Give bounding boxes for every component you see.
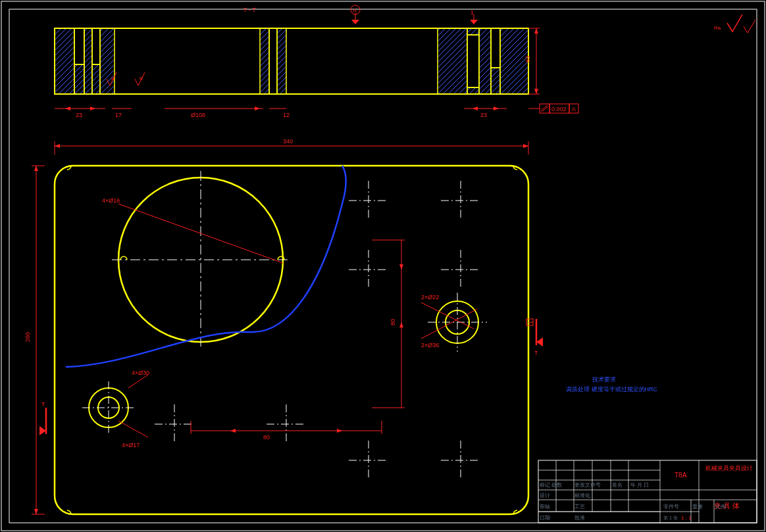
svg-text:12: 12 bbox=[283, 112, 290, 118]
svg-marker-29 bbox=[534, 28, 538, 34]
section-view: T - T bbox=[55, 5, 578, 118]
tb-title: 机械夹具夹具设计 bbox=[705, 465, 753, 472]
svg-rect-16 bbox=[491, 28, 500, 68]
svg-text:批准: 批准 bbox=[574, 515, 585, 521]
svg-marker-116 bbox=[230, 429, 236, 433]
svg-text:0.002: 0.002 bbox=[551, 106, 567, 112]
svg-rect-17 bbox=[491, 68, 500, 94]
svg-marker-34 bbox=[90, 107, 95, 110]
svg-rect-8 bbox=[260, 28, 269, 94]
svg-marker-19 bbox=[351, 20, 359, 24]
svg-marker-98 bbox=[55, 144, 60, 148]
svg-marker-33 bbox=[65, 107, 70, 110]
svg-rect-11 bbox=[438, 28, 467, 94]
spline-curve bbox=[66, 166, 346, 367]
svg-text:80: 80 bbox=[390, 319, 396, 326]
cad-canvas: T - T bbox=[0, 0, 766, 532]
tb-sheet: 第 1 张 bbox=[663, 516, 678, 520]
surface-mark-left2: R bbox=[135, 72, 145, 85]
dim-ring-36: 2×Ø36 bbox=[421, 342, 439, 349]
surface-finish-corner: Ra bbox=[714, 14, 755, 33]
svg-rect-1 bbox=[55, 28, 74, 94]
tb-weight-label: 重量 bbox=[692, 504, 703, 510]
section-label: T - T bbox=[243, 7, 256, 13]
svg-line-88 bbox=[118, 421, 148, 437]
svg-rect-9 bbox=[269, 28, 277, 94]
svg-marker-93 bbox=[536, 337, 543, 347]
svg-marker-105 bbox=[34, 509, 38, 514]
svg-text:年 月 日: 年 月 日 bbox=[630, 482, 649, 488]
svg-text:Ra: Ra bbox=[714, 25, 721, 31]
svg-text:更改文件号: 更改文件号 bbox=[574, 482, 601, 488]
notes-block: 技术要求 调质处理 硬度等于或过规定的HRC bbox=[566, 376, 657, 393]
svg-text:设计: 设计 bbox=[540, 493, 550, 498]
svg-text:R: R bbox=[140, 76, 143, 81]
svg-text:80: 80 bbox=[263, 434, 270, 441]
svg-text:签名: 签名 bbox=[612, 482, 623, 488]
svg-marker-117 bbox=[337, 429, 342, 433]
svg-text:标记 处数: 标记 处数 bbox=[539, 482, 562, 488]
svg-rect-14 bbox=[467, 87, 479, 94]
plan-view: 4×Ø16 2×Ø22 2×Ø36 4×Ø30 4×Ø17 bbox=[24, 138, 543, 514]
note-1: 技术要求 bbox=[592, 376, 616, 383]
svg-text:A: A bbox=[572, 106, 576, 112]
svg-rect-7 bbox=[100, 28, 115, 94]
datum-a-top: A bbox=[351, 5, 360, 24]
tb-modeled: 零件号 bbox=[663, 504, 679, 510]
drawing-frame bbox=[1, 1, 765, 531]
svg-rect-48 bbox=[540, 104, 549, 113]
dim-span-vert: 80 bbox=[372, 240, 405, 408]
section-bottom-dims: 23 17 Ø108 12 23 bbox=[55, 107, 507, 118]
dim-width: 340 bbox=[55, 138, 528, 155]
svg-marker-90 bbox=[39, 426, 46, 435]
svg-marker-23 bbox=[470, 20, 478, 24]
svg-rect-6 bbox=[92, 64, 100, 94]
svg-text:23: 23 bbox=[76, 112, 82, 118]
svg-rect-15 bbox=[479, 28, 491, 94]
tb-material: T8A bbox=[675, 472, 687, 479]
svg-rect-5 bbox=[92, 28, 100, 64]
dim-ring-22: 2×Ø22 bbox=[421, 294, 439, 301]
svg-text:63: 63 bbox=[524, 56, 531, 62]
svg-marker-40 bbox=[255, 107, 260, 110]
note-2: 调质处理 硬度等于或过规定的HRC bbox=[566, 386, 657, 393]
svg-text:T: T bbox=[534, 350, 538, 356]
svg-text:1: 1 bbox=[471, 9, 474, 16]
svg-text:R: R bbox=[111, 76, 115, 81]
svg-text:Ø108: Ø108 bbox=[191, 112, 205, 118]
svg-marker-99 bbox=[523, 144, 528, 148]
tb-scale-label: 比例 bbox=[715, 504, 726, 510]
svg-text:17: 17 bbox=[115, 112, 122, 118]
svg-rect-12 bbox=[467, 35, 479, 87]
svg-marker-111 bbox=[399, 322, 403, 327]
svg-text:审核: 审核 bbox=[540, 504, 550, 510]
svg-rect-13 bbox=[467, 28, 479, 35]
svg-text:340: 340 bbox=[283, 138, 293, 145]
title-block: 标记 处数 更改文件号 签名 年 月 日 设计 标准化 审核 工艺 日期 批准 … bbox=[538, 460, 757, 523]
svg-marker-30 bbox=[534, 89, 538, 94]
svg-marker-110 bbox=[399, 264, 403, 270]
svg-marker-45 bbox=[494, 107, 499, 110]
svg-rect-3 bbox=[74, 64, 84, 94]
svg-text:T: T bbox=[41, 401, 45, 408]
svg-text:日期: 日期 bbox=[540, 515, 550, 521]
tb-scale: 1 : 1 bbox=[681, 515, 692, 521]
section-marker-right: T bbox=[534, 319, 543, 356]
dim-4x16: 4×Ø16 bbox=[102, 197, 120, 204]
datum-b-top: 1 bbox=[470, 9, 478, 24]
svg-marker-44 bbox=[472, 107, 478, 110]
svg-text:23: 23 bbox=[480, 112, 487, 118]
svg-text:260: 260 bbox=[24, 332, 31, 342]
svg-line-87 bbox=[128, 375, 148, 388]
section-marker-left: T bbox=[39, 401, 46, 435]
svg-text:工艺: 工艺 bbox=[574, 504, 585, 510]
svg-marker-104 bbox=[34, 166, 38, 171]
svg-text:A: A bbox=[353, 7, 357, 14]
dim-bolt-30: 4×Ø30 bbox=[132, 370, 149, 376]
svg-rect-10 bbox=[277, 28, 286, 94]
datum-side bbox=[526, 319, 533, 326]
svg-rect-4 bbox=[84, 28, 92, 94]
svg-text:标准化: 标准化 bbox=[574, 493, 590, 498]
dim-height: 260 bbox=[24, 166, 45, 514]
dim-bolt-17: 4×Ø17 bbox=[122, 442, 140, 448]
